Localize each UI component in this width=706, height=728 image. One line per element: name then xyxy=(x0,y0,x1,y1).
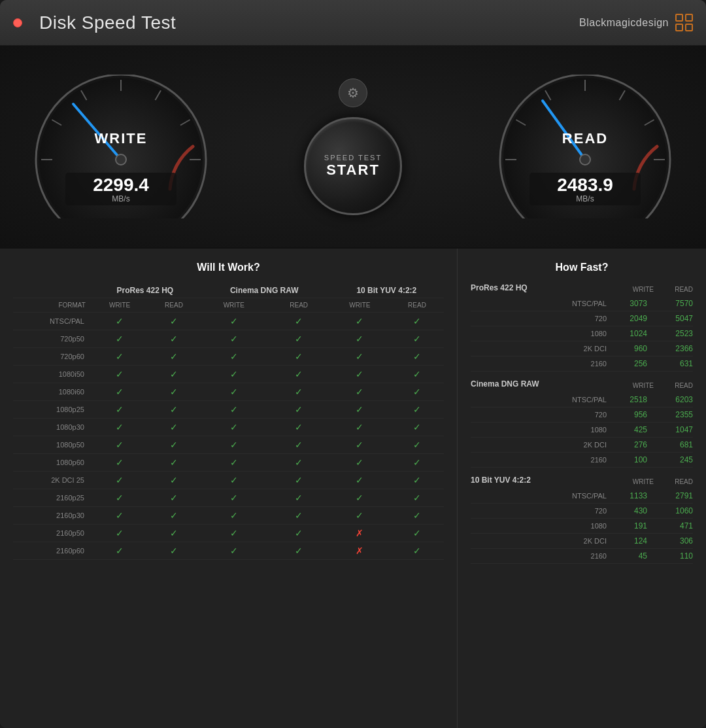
check-icon: ✓ xyxy=(413,457,421,468)
write-gauge: WRITE 2299.4 MB/s xyxy=(26,75,216,218)
hf-row-label: 2K DCI xyxy=(471,537,614,545)
check-cell: ✓ xyxy=(329,401,390,419)
check-cell: ✓ xyxy=(329,472,390,489)
table-row: 1080i50✓✓✓✓✓✓ xyxy=(13,366,444,383)
check-cell: ✓ xyxy=(329,436,390,454)
sub-read-2: READ xyxy=(269,298,329,313)
check-cell: ✓ xyxy=(148,436,199,454)
check-cell: ✓ xyxy=(148,489,199,507)
check-cell: ✓ xyxy=(148,348,199,366)
brand-name: Blackmagicdesign xyxy=(579,17,669,29)
hf-row-label: 2K DCI xyxy=(471,441,614,449)
check-icon: ✓ xyxy=(230,334,238,344)
hf-read-header: READ xyxy=(654,478,693,485)
check-cell: ✓ xyxy=(91,436,148,454)
check-cell: ✓ xyxy=(390,330,444,348)
hf-format-title: 10 Bit YUV 4:2:2 xyxy=(471,476,614,485)
check-cell: ✓ xyxy=(199,348,269,366)
check-icon: ✓ xyxy=(295,316,303,326)
check-icon: ✓ xyxy=(116,404,124,415)
check-cell: ✓ xyxy=(199,472,269,489)
check-cell: ✓ xyxy=(269,507,329,525)
svg-text:2483.9: 2483.9 xyxy=(557,175,613,195)
check-cell: ✓ xyxy=(269,401,329,419)
hf-row-label: NTSC/PAL xyxy=(471,396,614,404)
hf-data-row: 2160256631 xyxy=(471,356,693,372)
hf-read-value: 5047 xyxy=(654,314,693,323)
check-icon: ✓ xyxy=(356,440,363,450)
check-icon: ✓ xyxy=(413,440,421,450)
check-icon: ✓ xyxy=(295,475,303,485)
svg-text:WRITE: WRITE xyxy=(95,130,148,147)
table-row: 720p60✓✓✓✓✓✓ xyxy=(13,348,444,366)
close-button[interactable] xyxy=(13,18,22,27)
check-cell: ✓ xyxy=(329,313,390,330)
col-header-prores: ProRes 422 HQ xyxy=(91,283,199,298)
check-icon: ✓ xyxy=(295,351,303,362)
check-icon: ✓ xyxy=(413,351,421,362)
hf-write-value: 425 xyxy=(614,425,654,434)
check-cell: ✓ xyxy=(91,489,148,507)
check-icon: ✓ xyxy=(170,334,178,344)
check-cell: ✓ xyxy=(329,383,390,401)
format-label: 1080p50 xyxy=(13,436,91,454)
hf-data-row: 216045110 xyxy=(471,549,693,564)
check-icon: ✓ xyxy=(413,422,421,432)
check-cell: ✓ xyxy=(329,330,390,348)
check-icon: ✓ xyxy=(356,404,363,415)
check-icon: ✓ xyxy=(413,546,421,556)
format-label: NTSC/PAL xyxy=(13,313,91,330)
check-cell: ✓ xyxy=(91,366,148,383)
hf-read-value: 6203 xyxy=(654,395,693,404)
hf-read-header: READ xyxy=(654,286,693,293)
hf-data-row: 1080191471 xyxy=(471,519,693,534)
hf-data-row: 2K DCI124306 xyxy=(471,534,693,549)
check-icon: ✓ xyxy=(230,493,238,503)
check-cell: ✓ xyxy=(199,419,269,436)
hf-data-row: NTSC/PAL11332791 xyxy=(471,489,693,504)
app-title: Disk Speed Test xyxy=(39,12,176,33)
col-header-cinema: Cinema DNG RAW xyxy=(199,283,329,298)
check-icon: ✓ xyxy=(413,369,421,379)
check-icon: ✓ xyxy=(170,493,178,503)
table-row: 1080p30✓✓✓✓✓✓ xyxy=(13,419,444,436)
hf-write-value: 191 xyxy=(614,521,654,530)
check-icon: ✓ xyxy=(230,510,238,521)
svg-text:READ: READ xyxy=(562,130,608,147)
check-cell: ✓ xyxy=(329,366,390,383)
hf-row-label: 2160 xyxy=(471,456,614,464)
format-col-label: FORMAT xyxy=(13,298,91,313)
check-cell: ✓ xyxy=(390,525,444,542)
check-icon: ✓ xyxy=(356,369,363,379)
how-fast-panel: How Fast? ProRes 422 HQWRITEREADNTSC/PAL… xyxy=(458,249,706,728)
check-icon: ✓ xyxy=(230,404,238,415)
check-cell: ✓ xyxy=(148,366,199,383)
check-icon: ✓ xyxy=(295,510,303,521)
cross-icon: ✗ xyxy=(356,528,363,538)
check-cell: ✓ xyxy=(91,472,148,489)
hf-row-label: 2K DCI xyxy=(471,345,614,353)
check-cell: ✓ xyxy=(148,454,199,472)
hf-data-row: 7209562355 xyxy=(471,407,693,423)
check-icon: ✓ xyxy=(170,440,178,450)
check-icon: ✓ xyxy=(230,369,238,379)
brand-logo: Blackmagicdesign xyxy=(579,14,693,31)
check-cell: ✓ xyxy=(199,525,269,542)
start-button[interactable]: SPEED TEST START xyxy=(304,117,402,215)
table-row: 720p50✓✓✓✓✓✓ xyxy=(13,330,444,348)
check-icon: ✓ xyxy=(170,528,178,538)
hf-read-value: 2366 xyxy=(654,344,693,353)
read-gauge-container: READ 2483.9 MB/s xyxy=(490,75,680,218)
check-cell: ✓ xyxy=(148,401,199,419)
settings-button[interactable]: ⚙ xyxy=(339,78,367,107)
check-cell: ✓ xyxy=(91,542,148,560)
check-icon: ✓ xyxy=(230,422,238,432)
check-icon: ✓ xyxy=(413,475,421,485)
table-row: 2160p30✓✓✓✓✓✓ xyxy=(13,507,444,525)
check-icon: ✓ xyxy=(170,387,178,397)
svg-text:MB/s: MB/s xyxy=(576,194,594,203)
how-fast-title: How Fast? xyxy=(471,262,693,273)
hf-write-value: 2518 xyxy=(614,395,654,404)
table-row: 1080p60✓✓✓✓✓✓ xyxy=(13,454,444,472)
check-icon: ✓ xyxy=(116,475,124,485)
